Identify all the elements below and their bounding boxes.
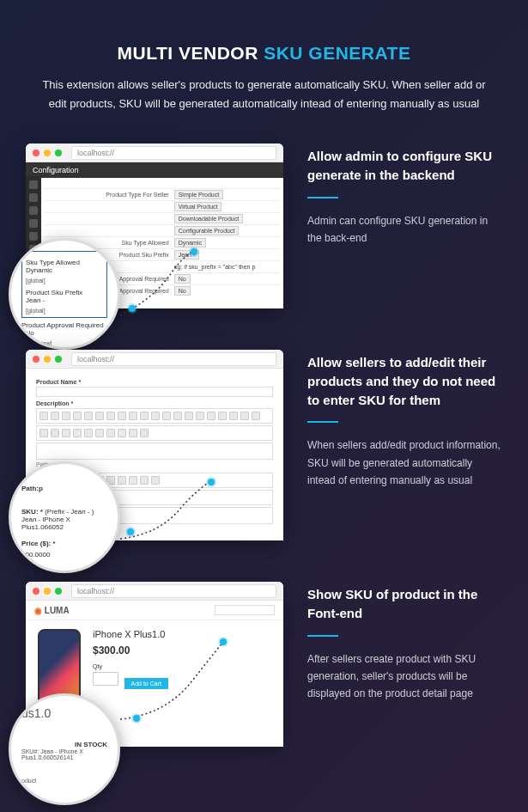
thumb-frontend: localhost:// ◉ LUMA iPhone X Plus1.0 $30… [26, 582, 283, 747]
editor-toolbar [36, 408, 273, 424]
feature-row-3: localhost:// ◉ LUMA iPhone X Plus1.0 $30… [26, 582, 502, 747]
add-to-cart-button: Add to Cart [124, 678, 168, 689]
feature-text-1: Allow admin to configure SKU generate in… [307, 143, 502, 308]
feature-row-2: localhost:// Product Name * Description … [26, 350, 502, 540]
divider-icon [307, 197, 338, 198]
browser-bar: localhost:// [26, 582, 283, 601]
store-header: ◉ LUMA [26, 601, 283, 620]
connector-dot [129, 305, 136, 312]
magnifier-2: Path:p SKU: * (Prefix - Jean - ) Jean - … [9, 461, 120, 573]
magnifier-3: us1.0 IN STOCK SKU#: Jean - iPhone X Plu… [9, 693, 120, 805]
name-input [36, 387, 273, 397]
feature-text-2: Allow sellers to add/edit their products… [307, 350, 502, 540]
feature-body-3: After sellers create product with SKU ge… [307, 650, 502, 703]
feature-body-2: When sellers add/edit product informatio… [307, 437, 502, 489]
feature-text-3: Show SKU of product in the Font-end Afte… [307, 582, 502, 747]
browser-bar: localhost:// [26, 143, 283, 162]
window-max-dot [55, 150, 62, 156]
qty-input [93, 672, 118, 686]
window-close-dot [33, 150, 39, 156]
window-min-dot [44, 588, 51, 595]
editor-toolbar-2 [36, 425, 273, 441]
feature-heading-1: Allow admin to configure SKU generate in… [307, 147, 502, 185]
window-close-dot [33, 356, 39, 363]
stock-status: IN STOCK [21, 741, 107, 748]
window-max-dot [55, 356, 62, 363]
admin-title: Configuration [26, 162, 283, 178]
page-header: MULTI VENDOR SKU GENERATE This extension… [26, 43, 502, 113]
feature-row-1: localhost:// Configuration Product Type … [26, 143, 502, 308]
desc-textarea [36, 443, 273, 460]
page-subtitle: This extension allows seller's products … [26, 76, 502, 113]
window-min-dot [44, 150, 51, 156]
magnifier-1: Sku Type Allowed Dynamic [global] Produc… [9, 238, 120, 350]
brand-logo: ◉ LUMA [34, 606, 70, 615]
sku-label: SKU#: Jean - iPhone X Plus1.0.660526141 [21, 748, 107, 760]
title-part2: SKU GENERATE [264, 43, 410, 63]
search-box [215, 605, 275, 615]
address-bar: localhost:// [71, 146, 276, 160]
mag-title: us1.0 [21, 706, 107, 720]
browser-bar: localhost:// [26, 350, 283, 369]
title-part1: MULTI VENDOR [118, 43, 264, 63]
product-name: iPhone X Plus1.0 [93, 629, 168, 639]
feature-heading-2: Allow sellers to add/edit their products… [307, 353, 502, 409]
divider-icon [307, 421, 338, 423]
address-bar: localhost:// [71, 352, 276, 366]
window-min-dot [44, 356, 51, 363]
thumb-admin-config: localhost:// Configuration Product Type … [26, 143, 283, 308]
page-title: MULTI VENDOR SKU GENERATE [26, 43, 502, 64]
divider-icon [307, 635, 338, 637]
feature-heading-3: Show SKU of product in the Font-end [307, 585, 502, 623]
feature-body-1: Admin can configure SKU generation in th… [307, 212, 502, 247]
window-max-dot [55, 588, 62, 595]
thumb-seller-editor: localhost:// Product Name * Description … [26, 350, 283, 540]
address-bar: localhost:// [71, 584, 276, 598]
product-price: $300.00 [93, 644, 168, 656]
window-close-dot [33, 588, 39, 595]
